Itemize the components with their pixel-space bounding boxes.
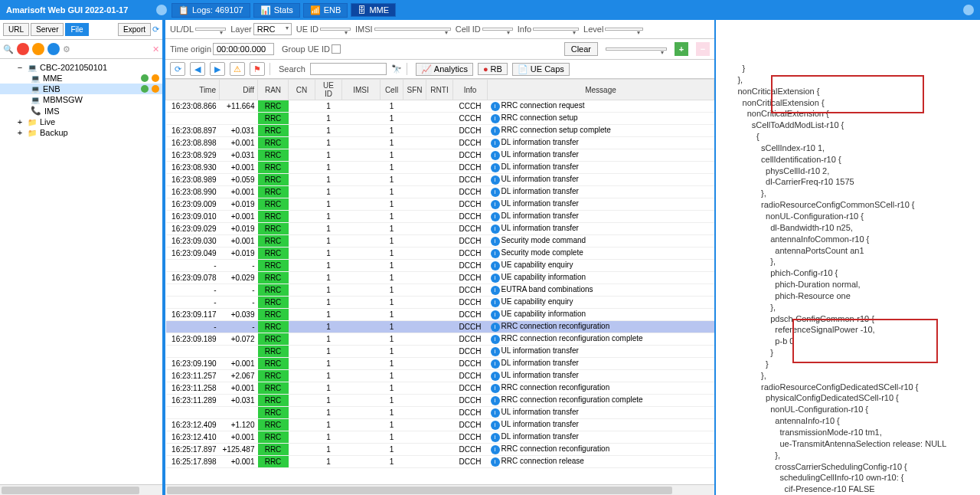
play-icon[interactable]: [47, 43, 60, 55]
table-row[interactable]: 16:23:11.257+2.067RRC11DCCHiUL informati…: [166, 370, 714, 382]
tree-live[interactable]: +Live: [0, 116, 162, 127]
table-row[interactable]: --RRC11DCCHiRRC connection reconfigurati…: [166, 321, 714, 333]
col-cn[interactable]: CN: [289, 80, 315, 100]
imsi-select[interactable]: [374, 28, 451, 31]
table-header-row: Time Diff RAN CN UE ID IMSI Cell SFN RNT…: [166, 80, 714, 100]
table-row[interactable]: 16:23:08.989+0.059RRC11DCCHiUL informati…: [166, 174, 714, 186]
log-hscroll[interactable]: [165, 484, 714, 495]
col-msg[interactable]: Message: [488, 80, 714, 100]
col-diff[interactable]: Diff: [220, 80, 258, 100]
details-panel[interactable]: } }, nonCriticalExtension { nonCriticalE…: [716, 20, 980, 495]
close-tree-icon[interactable]: ✕: [152, 44, 159, 54]
prev-icon[interactable]: ◀: [190, 62, 205, 76]
tree-root[interactable]: −CBC-2021050101: [0, 62, 162, 73]
col-time[interactable]: Time: [166, 80, 220, 100]
table-row[interactable]: RRC11DCCHiUL information transfer: [166, 407, 714, 419]
next-icon[interactable]: ▶: [210, 62, 225, 76]
logs-tab[interactable]: 📋Logs: 469107: [172, 3, 250, 18]
flag-icon[interactable]: ⚑: [250, 62, 265, 76]
mme-tab[interactable]: 🗄MME: [351, 3, 396, 17]
tree-ims[interactable]: 📞IMS: [0, 105, 162, 116]
preset-select[interactable]: [606, 48, 667, 51]
rb-button[interactable]: ●RB: [478, 63, 508, 75]
layer-select[interactable]: RRC: [253, 23, 292, 35]
add-filter-button[interactable]: +: [675, 42, 688, 56]
log-panel: UL/DL LayerRRC UE ID IMSI Cell ID Info L…: [164, 20, 716, 495]
table-row[interactable]: --RRC11DCCHiUE capability enquiry: [166, 260, 714, 272]
log-table[interactable]: Time Diff RAN CN UE ID IMSI Cell SFN RNT…: [165, 79, 714, 484]
table-row[interactable]: 16:23:12.410+0.001RRC11DCCHiDL informati…: [166, 431, 714, 444]
refresh-icon[interactable]: ⟳: [152, 25, 159, 34]
record-icon[interactable]: [17, 43, 29, 55]
collapse-sidebar-icon[interactable]: [156, 5, 167, 15]
server-icon: [31, 95, 40, 104]
table-row[interactable]: 16:23:09.190+0.001RRC11DCCHiDL informati…: [166, 358, 714, 370]
table-row[interactable]: 16:23:09.078+0.029RRC11DCCHiUE capabilit…: [166, 272, 714, 284]
mme-icon: 🗄: [358, 5, 366, 15]
table-row[interactable]: 16:23:08.898+0.001RRC11DCCHiDL informati…: [166, 137, 714, 149]
uecaps-button[interactable]: 📄UE Caps: [512, 63, 570, 76]
group-checkbox[interactable]: [332, 44, 341, 54]
table-row[interactable]: 16:23:09.030+0.001RRC11DCCHiSecurity mod…: [166, 235, 714, 248]
col-rnti[interactable]: RNTI: [426, 80, 453, 100]
info-icon: i: [491, 126, 500, 136]
uldl-select[interactable]: [195, 28, 226, 31]
export-button[interactable]: Export: [118, 23, 151, 36]
table-row[interactable]: 16:23:08.990+0.001RRC11DCCHiDL informati…: [166, 186, 714, 198]
table-row[interactable]: 16:23:09.029+0.019RRC11DCCHiUL informati…: [166, 223, 714, 235]
url-button[interactable]: URL: [3, 23, 29, 36]
table-row[interactable]: 16:23:09.010+0.001RRC11DCCHiDL informati…: [166, 211, 714, 223]
col-ueid[interactable]: UE ID: [315, 80, 342, 100]
ueid-select[interactable]: [320, 28, 351, 31]
info-select[interactable]: [533, 28, 579, 31]
table-row[interactable]: 16:23:12.409+1.120RRC11DCCHiUL informati…: [166, 419, 714, 431]
table-row[interactable]: --RRC11DCCHiUE capability enquiry: [166, 297, 714, 309]
origin-label: Time origin: [170, 44, 211, 54]
tree-backup[interactable]: +Backup: [0, 127, 162, 138]
table-row[interactable]: 16:23:08.929+0.031RRC11DCCHiUL informati…: [166, 149, 714, 162]
search-input[interactable]: [310, 63, 387, 75]
tree-enb[interactable]: ENB: [0, 84, 162, 94]
table-row[interactable]: 16:23:09.117+0.039RRC11DCCHiUE capabilit…: [166, 309, 714, 321]
settings-icon[interactable]: ⚙: [63, 44, 70, 54]
analytics-button[interactable]: 📈Analytics: [416, 63, 473, 76]
col-imsi[interactable]: IMSI: [342, 80, 381, 100]
table-row[interactable]: 16:25:17.897+125.487RRC11DCCHiRRC connec…: [166, 444, 714, 456]
table-row[interactable]: RRC11DCCHiUL information transfer: [166, 346, 714, 358]
binoculars-icon[interactable]: 🔭: [391, 64, 402, 74]
tree-mme[interactable]: MME: [0, 73, 162, 84]
server-button[interactable]: Server: [31, 23, 64, 36]
table-row[interactable]: 16:23:08.897+0.031RRC11DCCHiRRC connecti…: [166, 125, 714, 137]
clear-button[interactable]: Clear: [564, 42, 598, 56]
search-tree-icon[interactable]: 🔍: [3, 44, 14, 54]
table-row[interactable]: 16:23:09.189+0.072RRC11DCCHiRRC connecti…: [166, 333, 714, 346]
remove-filter-button[interactable]: −: [696, 42, 710, 56]
table-row[interactable]: 16:23:11.289+0.031RRC11DCCHiRRC connecti…: [166, 395, 714, 407]
sidebar-hscroll[interactable]: [0, 484, 162, 495]
enb-tab[interactable]: 📶ENB: [303, 3, 348, 18]
table-row[interactable]: 16:25:17.898+0.001RRC11DCCHiRRC connecti…: [166, 456, 714, 468]
stats-tab[interactable]: 📊Stats: [253, 3, 300, 18]
tree-mbmsgw[interactable]: MBMSGW: [0, 94, 162, 105]
file-button[interactable]: File: [65, 23, 88, 36]
pause-icon[interactable]: [32, 43, 44, 55]
collapse-right-icon[interactable]: [963, 5, 974, 15]
col-sfn[interactable]: SFN: [403, 80, 426, 100]
table-row[interactable]: 16:23:11.258+0.001RRC11DCCHiRRC connecti…: [166, 382, 714, 395]
col-cell[interactable]: Cell: [381, 80, 403, 100]
info-icon: i: [491, 457, 500, 467]
warning-icon[interactable]: ⚠: [230, 62, 245, 76]
table-row[interactable]: 16:23:08.930+0.001RRC11DCCHiDL informati…: [166, 162, 714, 174]
col-info[interactable]: Info: [453, 80, 488, 100]
refresh-logs-icon[interactable]: ⟳: [170, 62, 185, 76]
table-row[interactable]: 16:23:09.049+0.019RRC11DCCHiSecurity mod…: [166, 248, 714, 260]
cellid-select[interactable]: [482, 28, 513, 31]
search-label: Search: [279, 64, 305, 74]
level-select[interactable]: [605, 28, 643, 31]
col-ran[interactable]: RAN: [258, 80, 289, 100]
table-row[interactable]: 16:23:09.009+0.019RRC11DCCHiUL informati…: [166, 198, 714, 211]
origin-input[interactable]: [213, 43, 274, 55]
table-row[interactable]: 16:23:08.866+11.664RRC11CCCHiRRC connect…: [166, 100, 714, 113]
table-row[interactable]: RRC11CCCHiRRC connection setup: [166, 113, 714, 125]
table-row[interactable]: --RRC11DCCHiEUTRA band combinations: [166, 284, 714, 297]
